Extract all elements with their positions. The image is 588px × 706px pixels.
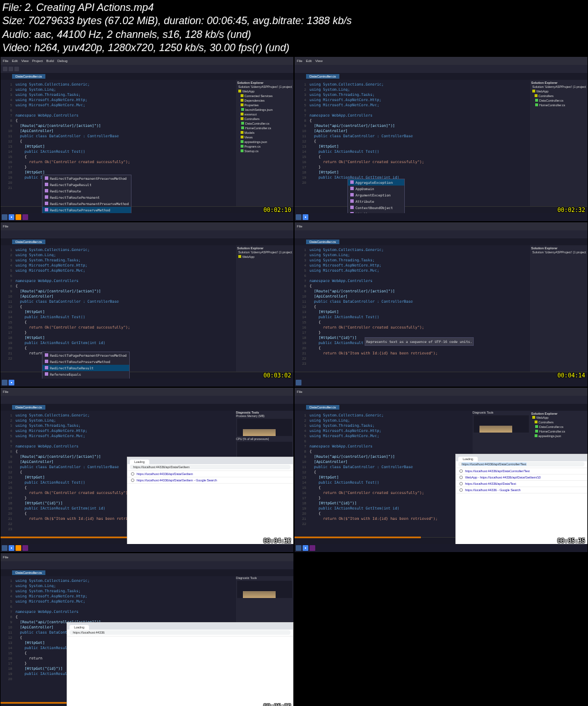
timestamp: 00:06:02 [264,703,291,706]
timestamp: 00:02:32 [558,207,585,213]
tree-item: appsettings.json [237,140,292,144]
intellisense-item: ArgumentException [348,192,404,198]
vs-toolbar [295,65,587,73]
video-line: Video: h264, yuv420p, 1280x720, 1250 kb/… [2,41,586,55]
menu-project[interactable]: Project [32,59,43,63]
tree-item: Controllers [237,117,292,121]
url-suggestion[interactable]: https://localhost:44336 - Google Search [456,487,587,493]
code-editor[interactable]: using System.Collections.Generic; using … [13,80,236,206]
intellisense-item: ReferenceEquals [42,371,129,377]
tree-item: Properties [237,103,292,107]
timestamp: 00:02:10 [264,207,291,213]
tree-item: Connected Services [237,94,292,98]
file-name-line: File: 2. Creating API Actions.mp4 [2,1,586,14]
browser-window[interactable]: Loading https://localhost:44336 [67,622,293,706]
code-editor[interactable]: using System.Collections.Generic; using … [307,80,530,206]
tab-datacontroller[interactable]: DataController.cs [306,74,339,79]
tab-datacontroller[interactable]: DataController.cs [12,74,45,79]
windows-taskbar[interactable] [295,213,587,221]
firefox-icon[interactable] [16,214,21,220]
toolbar-icon[interactable] [14,67,19,71]
code-editor[interactable]: using System.Collections.Generic; using … [307,411,473,537]
vs-titlebar: FileEditView [295,57,587,65]
chrome-icon[interactable] [9,214,14,220]
intellisense-item: AggregateException [348,179,404,186]
thumbnail-3: File DataController.cs 12345678910111213… [0,222,294,387]
url-suggestion[interactable]: https://localhost:44336/api/Data/Test [456,481,587,487]
solution-explorer[interactable]: Solution Explorer Solution 'UdemyASPProj… [530,245,587,372]
thumbnail-4: File DataController.cs 12345678910111213… [294,222,588,387]
solution-explorer[interactable]: Solution Explorer Solution 'UdemyASPProj… [236,80,293,206]
address-bar[interactable]: https://localhost:44336/api/Data/GetItem [130,465,291,469]
address-bar[interactable]: https://localhost:44336/api/DataControll… [458,462,585,466]
menu-build[interactable]: Build [47,59,54,63]
intellisense-item: RedirectToPagePermanentPreserveMethod [42,175,131,182]
intellisense-item: RedirectToRouteResult [42,365,129,371]
line-numbers: 1234567891011121314151617181920 [295,80,307,206]
thumbnail-grid: File Edit View Project Build Debug DataC… [0,56,588,706]
thumbnail-1: File Edit View Project Build Debug DataC… [0,56,294,222]
url-suggestion[interactable]: WebApp - https://localhost:44336/api/Dat… [456,474,587,481]
menu-file[interactable]: File [3,59,9,63]
tooltip: Represents text as a sequence of UTF-16 … [365,337,474,346]
browser-window[interactable]: Loading https://localhost:44336/api/Data… [455,454,587,546]
globe-icon [131,472,134,476]
search-icon [131,479,134,482]
vs-titlebar: File Edit View Project Build Debug [1,57,293,65]
tree-item: Views [237,135,292,140]
tree-item: HomeController.cs [237,126,292,130]
intellisense-item: RedirectToRoute [42,188,131,194]
tree-item: Startup.cs [237,149,292,153]
tree-item: Solution 'UdemyASPProject' (1 project) [237,84,292,89]
timestamp: 00:04:14 [558,372,585,379]
intellisense-item: RedirectToPagePermanentPreserveMethod [42,352,129,358]
chrome-icon[interactable] [303,214,308,220]
solution-explorer[interactable]: Solution Explorer Solution 'UdemyASPProj… [530,80,587,206]
url-suggestion[interactable]: https://localhost:44336/api/DataControll… [456,468,587,474]
thumbnail-5: File DataController.cs 12345678910111213… [0,387,294,553]
file-size-line: Size: 70279633 bytes (67.02 MiB), durati… [2,14,586,28]
vs-toolbar [1,65,293,73]
intellisense-item: RedirectToRoutePreserveMethod [42,207,131,213]
browser-tab[interactable]: Loading [69,625,89,630]
debug-bar [1,537,127,538]
start-button-icon[interactable] [296,214,301,220]
url-suggestion[interactable]: https://localhost:44336/api/Data/GetItem [127,471,293,477]
browser-tab[interactable]: Loading [458,457,478,461]
intellisense-popup[interactable]: AggregateException AppDomain ArgumentExc… [347,179,405,218]
address-bar[interactable]: https://localhost:44336 [69,630,291,635]
code-editor[interactable]: using System.Collections.Generic; using … [307,245,530,372]
empty-slot [294,553,588,706]
intellisense-item: ContextBoundObject [348,205,404,211]
menu-edit[interactable]: Edit [12,59,18,63]
start-button-icon[interactable] [2,214,7,220]
browser-tab[interactable]: Loading [130,460,149,464]
browser-window[interactable]: Loading https://localhost:44336/api/Data… [127,457,293,546]
tree-item: Program.cs [237,144,292,149]
intellisense-item: Attribute [348,198,404,205]
intellisense-item: RedirectToPageResult [42,182,131,188]
toolbar-icon[interactable] [3,67,7,71]
thumbnail-2: FileEditView DataController.cs 123456789… [294,56,588,222]
code-editor[interactable]: using System.Collections.Generic; using … [13,245,236,372]
intellisense-item: RedirectToRoutePreserveMethod [42,358,129,365]
windows-taskbar[interactable] [1,213,293,221]
timestamp: 00:05:35 [558,538,585,544]
tree-item: Models [237,130,292,135]
url-suggestion[interactable]: https://localhost:44336/api/Data/GetItem… [127,477,293,484]
solution-explorer[interactable]: Solution Explorer Solution 'UdemyASPProj… [236,245,293,372]
visualstudio-icon[interactable] [22,214,28,220]
timestamp: 00:03:02 [264,372,291,379]
tree-item: launchSettings.json [237,107,292,112]
tree-item: DataController.cs [237,121,292,126]
editor-tabs: DataController.cs [1,73,293,80]
line-numbers: 123456789101112131415161718192021 [1,80,13,206]
thumbnail-7: File DataController.cs 12345678910111213… [0,553,294,706]
tree-item: wwwroot [237,112,292,117]
menu-view[interactable]: View [21,59,29,63]
audio-line: Audio: aac, 44100 Hz, 2 channels, s16, 1… [2,28,586,41]
tree-item: Dependencies [237,98,292,103]
toolbar-icon[interactable] [9,67,13,71]
menu-debug[interactable]: Debug [57,59,68,63]
tree-item: WebApp [237,89,292,94]
